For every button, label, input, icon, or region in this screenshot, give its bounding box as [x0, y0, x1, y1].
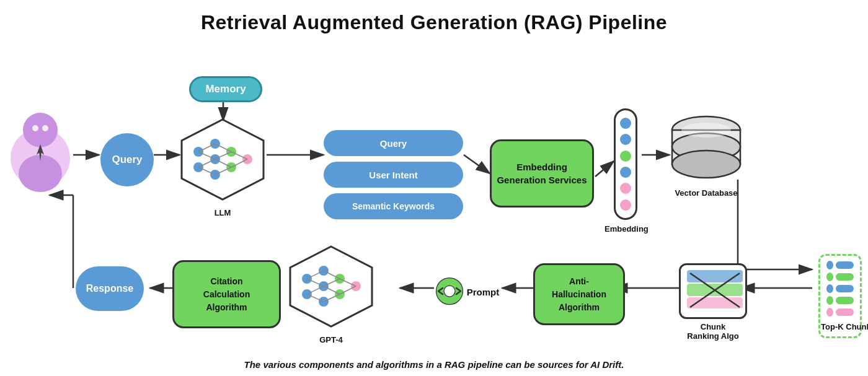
embedding-gen-node: Embedding Generation Services [490, 139, 594, 208]
topk-caption: Top-K Chunks [820, 322, 868, 331]
chunk-ranking-caption: Chunk Ranking Algo [673, 322, 753, 341]
llm-caption: LLM [177, 208, 268, 217]
gpt4-caption: GPT-4 [285, 335, 377, 344]
semantic-keywords-pill: Semantic Keywords [324, 193, 463, 219]
llm-hexagon: LLM [177, 118, 268, 204]
topk-chunks: Top-K Chunks [818, 254, 862, 338]
response-node: Response [76, 266, 144, 311]
anti-hallucination-node: Anti- Hallucination Algorithm [533, 263, 625, 325]
anti-hallucination-label: Anti- Hallucination Algorithm [552, 275, 606, 314]
main-title: Retrieval Augmented Generation (RAG) Pip… [0, 0, 868, 34]
query-pill: Query [324, 130, 463, 156]
svg-point-22 [42, 125, 48, 131]
svg-point-21 [32, 125, 38, 131]
svg-point-47 [672, 151, 740, 178]
embedding-bar [614, 108, 637, 220]
query-node: Query [100, 133, 154, 186]
query-pill-label: Query [380, 138, 407, 149]
user-intent-pill: User Intent [324, 162, 463, 188]
citation-node: Citation Calculation Algorithm [172, 260, 281, 328]
svg-point-19 [23, 113, 58, 147]
svg-point-55 [444, 286, 455, 297]
embedding-gen-label: Embedding Generation Services [492, 160, 592, 186]
prompt-caption: Prompt [466, 287, 500, 297]
memory-label: Memory [205, 83, 246, 95]
semantic-keywords-label: Semantic Keywords [352, 201, 435, 211]
svg-line-6 [595, 161, 614, 177]
footer-text: The various components and algorithms in… [0, 359, 868, 370]
vector-db-caption: Vector Database [670, 188, 743, 198]
svg-line-5 [464, 155, 490, 173]
chunk-ranking [679, 263, 747, 319]
person-icon [9, 102, 71, 198]
svg-point-48 [681, 123, 731, 138]
prompt-node: Prompt [433, 260, 500, 322]
embedding-caption: Embedding [604, 224, 648, 234]
vector-db: Vector Database [670, 115, 743, 185]
citation-label: Citation Calculation Algorithm [203, 275, 250, 314]
response-label: Response [86, 283, 133, 294]
gpt4-hexagon: GPT-4 [285, 245, 377, 331]
memory-node: Memory [189, 76, 262, 102]
user-intent-label: User Intent [369, 170, 417, 180]
diagram-area: Query Memory [0, 40, 868, 369]
query-label: Query [112, 154, 142, 166]
